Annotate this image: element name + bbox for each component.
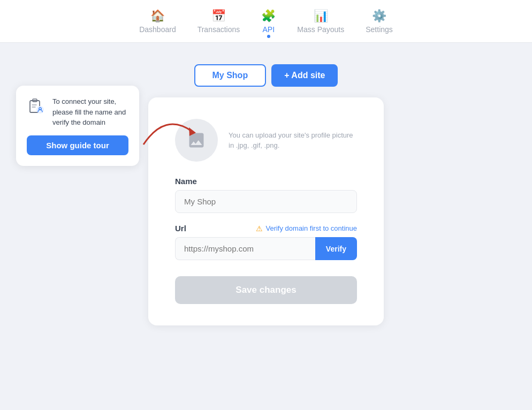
nav-label-settings: Settings bbox=[366, 25, 393, 34]
guide-icon bbox=[27, 96, 46, 119]
api-icon: 🧩 bbox=[261, 9, 276, 23]
url-label: Url bbox=[175, 224, 186, 233]
active-dot bbox=[267, 35, 270, 38]
avatar-row: You can upload your site's profile pictu… bbox=[175, 119, 357, 162]
url-input[interactable] bbox=[175, 237, 315, 260]
nav-item-transactions[interactable]: 📅 Transactions bbox=[197, 9, 240, 34]
add-site-button[interactable]: + Add site bbox=[271, 64, 338, 87]
my-shop-tab[interactable]: My Shop bbox=[194, 64, 267, 87]
name-label: Name bbox=[175, 177, 357, 186]
nav-label-dashboard: Dashboard bbox=[139, 25, 176, 34]
guide-description-text: To connect your site, please fill the na… bbox=[52, 96, 128, 128]
url-input-row: Verify bbox=[175, 237, 357, 260]
site-settings-card: You can upload your site's profile pictu… bbox=[148, 97, 384, 325]
nav-item-mass-payouts[interactable]: 📊 Mass Payouts bbox=[297, 9, 344, 34]
verify-button[interactable]: Verify bbox=[315, 237, 357, 260]
warning-triangle-icon: ⚠ bbox=[256, 224, 263, 233]
mass-payouts-icon: 📊 bbox=[314, 9, 328, 23]
name-input[interactable] bbox=[175, 190, 357, 213]
main-content: To connect your site, please fill the na… bbox=[0, 43, 532, 325]
nav-item-api[interactable]: 🧩 API bbox=[261, 9, 276, 34]
transactions-icon: 📅 bbox=[211, 9, 226, 23]
nav-bar: 🏠 Dashboard 📅 Transactions 🧩 API 📊 Mass … bbox=[0, 0, 532, 43]
show-guide-tour-button[interactable]: Show guide tour bbox=[27, 135, 128, 155]
nav-label-transactions: Transactions bbox=[197, 25, 240, 34]
verify-warning: ⚠ Verify domain first to continue bbox=[256, 224, 357, 233]
tab-row: My Shop + Add site bbox=[194, 64, 338, 87]
nav-label-mass-payouts: Mass Payouts bbox=[297, 25, 344, 34]
nav-item-dashboard[interactable]: 🏠 Dashboard bbox=[139, 9, 176, 34]
verify-warning-text: Verify domain first to continue bbox=[265, 224, 357, 232]
guide-widget: To connect your site, please fill the na… bbox=[16, 86, 139, 166]
settings-icon: ⚙️ bbox=[372, 9, 386, 23]
name-field-group: Name bbox=[175, 177, 357, 213]
nav-item-settings[interactable]: ⚙️ Settings bbox=[366, 9, 393, 34]
avatar-hint-text: You can upload your site's profile pictu… bbox=[229, 130, 357, 151]
avatar-upload[interactable] bbox=[175, 119, 218, 162]
save-changes-button[interactable]: Save changes bbox=[175, 276, 357, 304]
nav-label-api: API bbox=[263, 25, 275, 34]
image-placeholder-icon bbox=[187, 131, 206, 150]
guide-svg-icon bbox=[27, 96, 46, 116]
url-field-group: Url ⚠ Verify domain first to continue Ve… bbox=[175, 224, 357, 260]
guide-top: To connect your site, please fill the na… bbox=[27, 96, 128, 128]
dashboard-icon: 🏠 bbox=[150, 9, 165, 23]
url-label-row: Url ⚠ Verify domain first to continue bbox=[175, 224, 357, 233]
